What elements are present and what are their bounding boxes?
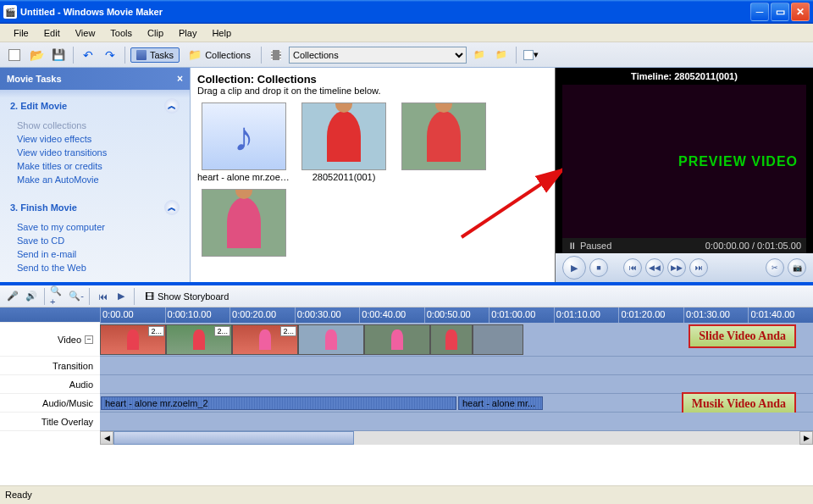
window-titlebar: 🎬 Untitled - Windows Movie Maker ─ ▭ ✕: [0, 0, 813, 24]
chevron-up-icon[interactable]: ︽: [164, 200, 180, 215]
timeline-play-button[interactable]: ▶: [113, 289, 129, 304]
video-clip[interactable]: 2...: [166, 324, 232, 355]
minimize-button[interactable]: ─: [750, 3, 769, 21]
ruler-tick: 0:01:20.00: [618, 307, 683, 323]
transition-track[interactable]: [100, 357, 813, 375]
video-clip[interactable]: [298, 324, 364, 355]
video-clip[interactable]: [430, 324, 473, 355]
link-save-cd[interactable]: Save to CD: [10, 234, 180, 247]
group-edit-movie[interactable]: 2. Edit Movie ︽: [10, 98, 180, 114]
save-button[interactable]: 💾: [49, 46, 68, 64]
timeline-toolbar: 🎤 🔊 🔍+ 🔍- ⏮ ▶ 🎞Show Storyboard: [0, 285, 813, 307]
link-send-email[interactable]: Send in e-mail: [10, 247, 180, 261]
task-pane-close-icon[interactable]: ×: [177, 73, 183, 85]
new-folder-button[interactable]: 📁: [492, 46, 511, 64]
link-show-collections[interactable]: Show collections: [10, 119, 180, 132]
split-button[interactable]: ✂: [766, 258, 784, 277]
timeline-audio-levels-button[interactable]: 🔊: [24, 289, 39, 304]
link-video-transitions[interactable]: View video transitions: [10, 146, 180, 159]
timeline-narrate-button[interactable]: 🎤: [5, 289, 20, 304]
chevron-up-icon[interactable]: ︽: [164, 98, 180, 114]
track-label-video: Video−: [0, 323, 100, 357]
audio-clip[interactable]: heart - alone mr...: [458, 396, 543, 410]
ruler-tick: 0:01:10.00: [554, 307, 619, 323]
collections-button[interactable]: 📁Collections: [183, 47, 256, 63]
menu-file[interactable]: File: [7, 26, 36, 40]
redo-button[interactable]: ↷: [101, 46, 119, 64]
scroll-right-button[interactable]: ▶: [799, 431, 813, 445]
forward-button[interactable]: ▶▶: [667, 258, 686, 277]
clip-thumb[interactable]: ♪ heart - alone mr.zoelm_2: [197, 102, 290, 182]
video-clip[interactable]: [364, 324, 430, 355]
link-titles-credits[interactable]: Make titles or credits: [10, 159, 180, 173]
scrollbar-thumb[interactable]: [113, 431, 354, 445]
new-button[interactable]: [5, 46, 24, 64]
zoom-in-button[interactable]: 🔍+: [50, 289, 65, 304]
main-area: Movie Tasks × 2. Edit Movie ︽ Show colle…: [0, 68, 813, 282]
view-button[interactable]: ▾: [522, 46, 540, 64]
rewind-button[interactable]: ◀◀: [645, 258, 664, 277]
tasks-button[interactable]: Tasks: [130, 47, 180, 63]
show-storyboard-label: Show Storyboard: [158, 291, 229, 302]
ruler-tick: 0:00:40.00: [359, 307, 424, 323]
menu-help[interactable]: Help: [205, 26, 238, 40]
video-clip[interactable]: 2...: [100, 324, 166, 355]
undo-button[interactable]: ↶: [79, 46, 97, 64]
play-button[interactable]: ▶: [562, 256, 586, 280]
track-area[interactable]: 0:00.00 0:00:10.00 0:00:20.00 0:00:30.00…: [100, 307, 813, 445]
expand-video-button[interactable]: −: [85, 335, 93, 344]
link-send-web[interactable]: Send to the Web: [10, 261, 180, 274]
link-automovie[interactable]: Make an AutoMovie: [10, 173, 180, 186]
menu-view[interactable]: View: [69, 26, 102, 40]
group-edit-movie-title: 2. Edit Movie: [10, 101, 67, 111]
prev-frame-button[interactable]: ⏮: [623, 258, 642, 277]
track-label-transition: Transition: [0, 357, 100, 375]
clip-thumb[interactable]: [197, 189, 290, 258]
show-storyboard-button[interactable]: 🎞Show Storyboard: [145, 291, 229, 302]
clip-thumb[interactable]: [397, 102, 490, 182]
open-button[interactable]: 📂: [27, 46, 46, 64]
menu-clip[interactable]: Clip: [141, 26, 170, 40]
menu-tools[interactable]: Tools: [103, 26, 139, 40]
audio-track[interactable]: HTTP://BLOGZOELM.BLOGSPOT.COM/: [100, 375, 813, 394]
clip-badge: 2...: [214, 326, 230, 336]
snapshot-button[interactable]: 📷: [788, 258, 806, 277]
timeline-ruler[interactable]: 0:00.00 0:00:10.00 0:00:20.00 0:00:30.00…: [100, 307, 813, 323]
ruler-tick: 0:01:30.00: [683, 307, 749, 323]
next-frame-button[interactable]: ⏭: [689, 258, 708, 277]
video-track[interactable]: 2... 2... 2... Slide Video Anda: [100, 323, 813, 357]
menu-edit[interactable]: Edit: [37, 26, 67, 40]
group-finish-movie[interactable]: 3. Finish Movie ︽: [10, 200, 180, 215]
separator: [44, 288, 45, 305]
ruler-tick: 0:01:40.00: [748, 307, 813, 323]
stop-button[interactable]: ■: [589, 258, 608, 277]
link-save-computer[interactable]: Save to my computer: [10, 220, 180, 234]
preview-title: Timeline: 28052011(001): [556, 68, 813, 85]
audio-clip[interactable]: heart - alone mr.zoelm_2: [101, 396, 456, 410]
group-finish-movie-title: 3. Finish Movie: [10, 202, 77, 213]
status-bar: Ready: [0, 485, 813, 502]
titleoverlay-track[interactable]: [100, 413, 813, 431]
collection-dropdown[interactable]: Collections: [289, 47, 467, 64]
zoom-out-button[interactable]: 🔍-: [69, 289, 84, 304]
clip-badge: 2...: [280, 326, 296, 336]
clip-thumb[interactable]: 28052011(001): [297, 102, 390, 182]
collection-icon-button[interactable]: [267, 46, 285, 64]
scroll-left-button[interactable]: ◀: [100, 431, 113, 445]
maximize-button[interactable]: ▭: [771, 3, 789, 21]
audio-clip-label: heart - alone mr.zoelm_2: [105, 398, 208, 408]
separator: [89, 288, 90, 305]
task-pane-header: Movie Tasks ×: [0, 68, 190, 90]
timeline-scrollbar[interactable]: ◀ ▶: [100, 431, 813, 445]
close-button[interactable]: ✕: [791, 3, 810, 21]
ruler-tick: 0:00:10.00: [165, 307, 230, 323]
timeline-rewind-button[interactable]: ⏮: [95, 289, 110, 304]
clip-badge: 2...: [148, 326, 164, 336]
video-clip[interactable]: [473, 324, 523, 355]
video-clip[interactable]: 2...: [232, 324, 298, 355]
up-level-button[interactable]: 📁: [470, 46, 489, 64]
audiomusic-track[interactable]: heart - alone mr.zoelm_2 heart - alone m…: [100, 394, 813, 413]
link-video-effects[interactable]: View video effects: [10, 132, 180, 146]
menu-play[interactable]: Play: [172, 26, 203, 40]
preview-status-bar: ⏸Paused 0:00:00.00 / 0:01:05.00: [562, 238, 806, 253]
